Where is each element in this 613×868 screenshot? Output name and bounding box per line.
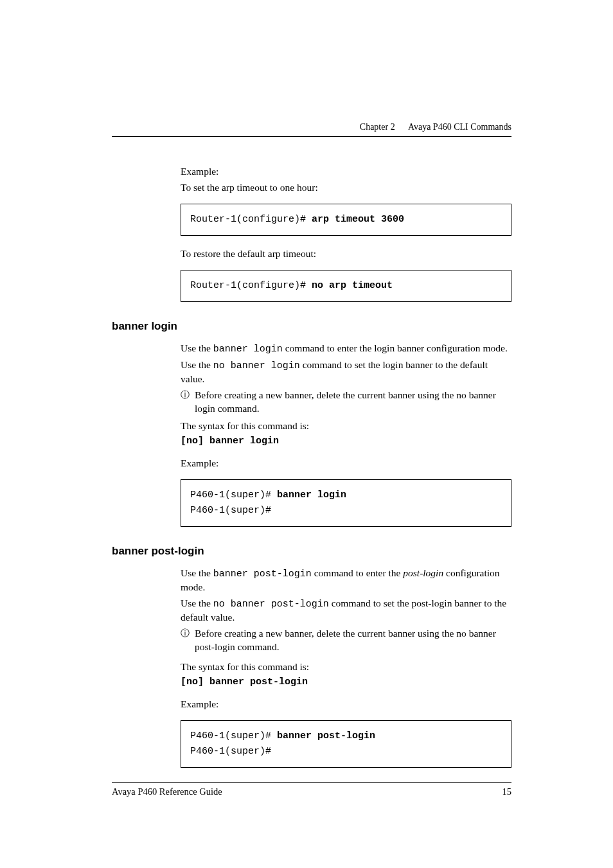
footer-row: Avaya P460 Reference Guide 15 <box>112 786 511 797</box>
code-command: banner post-login <box>277 731 375 741</box>
code-prompt: P460-1(super)# <box>190 731 277 741</box>
code-line: P460-1(super)# <box>190 503 502 518</box>
code-line: P460-1(super)# <box>190 744 502 759</box>
code-block-banner-post-login: P460-1(super)# banner post-login P460-1(… <box>181 720 511 768</box>
syntax-line: [no] banner login <box>181 436 511 447</box>
banner-login-body: Use the banner login command to enter th… <box>181 342 511 527</box>
note-text: Before creating a new banner, delete the… <box>195 389 511 416</box>
banner-post-login-use2: Use the no banner post-login command to … <box>181 597 511 624</box>
inline-command: banner post-login <box>213 569 312 580</box>
code-block-banner-login: P460-1(super)# banner login P460-1(super… <box>181 479 511 527</box>
page: Chapter 2 Avaya P460 CLI Commands Exampl… <box>0 0 613 868</box>
example-label: Example: <box>181 457 511 470</box>
code-command: no arp timeout <box>312 280 393 291</box>
note-item: ⓘ Before creating a new banner, delete t… <box>181 389 511 416</box>
info-icon: ⓘ <box>181 627 195 640</box>
info-icon: ⓘ <box>181 389 195 402</box>
example-label: Example: <box>181 698 511 711</box>
footer-left: Avaya P460 Reference Guide <box>112 786 222 797</box>
page-number: 15 <box>502 786 512 797</box>
syntax-line: [no] banner post-login <box>181 677 511 687</box>
inline-command: no banner login <box>213 360 300 371</box>
chapter-label: Chapter 2 <box>360 122 395 132</box>
syntax-intro: The syntax for this command is: <box>181 420 511 433</box>
note-text: Before creating a new banner, delete the… <box>195 627 511 654</box>
code-prompt: P460-1(super)# <box>190 490 277 500</box>
header-rule <box>112 136 511 137</box>
banner-login-use1: Use the banner login command to enter th… <box>181 342 511 356</box>
banner-login-use2: Use the no banner login command to set t… <box>181 359 511 386</box>
code-prompt: Router-1(configure)# <box>190 214 312 225</box>
code-line: P460-1(super)# banner login <box>190 488 502 503</box>
code-block-arp-set: Router-1(configure)# arp timeout 3600 <box>181 204 511 236</box>
code-block-arp-no: Router-1(configure)# no arp timeout <box>181 270 511 302</box>
code-line: P460-1(super)# banner post-login <box>190 729 502 744</box>
example-label: Example: <box>181 165 511 179</box>
inline-command: no banner post-login <box>213 599 329 610</box>
arp-section: Example: To set the arp timeout to one h… <box>181 165 511 302</box>
page-footer: Avaya P460 Reference Guide 15 <box>112 782 511 797</box>
arp-example-desc: To set the arp timeout to one hour: <box>181 181 511 195</box>
note-item: ⓘ Before creating a new banner, delete t… <box>181 627 511 654</box>
syntax-intro: The syntax for this command is: <box>181 660 511 674</box>
running-header: Chapter 2 Avaya P460 CLI Commands <box>112 122 511 132</box>
chapter-title: Avaya P460 CLI Commands <box>408 122 511 132</box>
footer-rule <box>112 782 511 783</box>
italic-term: post-login <box>403 567 443 578</box>
heading-banner-post-login: banner post-login <box>112 545 511 558</box>
note-list: ⓘ Before creating a new banner, delete t… <box>181 627 511 654</box>
code-command: banner login <box>277 490 346 500</box>
arp-restore-desc: To restore the default arp timeout: <box>181 247 511 261</box>
note-list: ⓘ Before creating a new banner, delete t… <box>181 389 511 416</box>
code-command: arp timeout 3600 <box>312 214 404 225</box>
inline-command: banner login <box>213 344 283 355</box>
banner-post-login-body: Use the banner post-login command to ent… <box>181 567 511 768</box>
code-prompt: Router-1(configure)# <box>190 280 312 291</box>
banner-post-login-use1: Use the banner post-login command to ent… <box>181 567 511 594</box>
heading-banner-login: banner login <box>112 320 511 333</box>
